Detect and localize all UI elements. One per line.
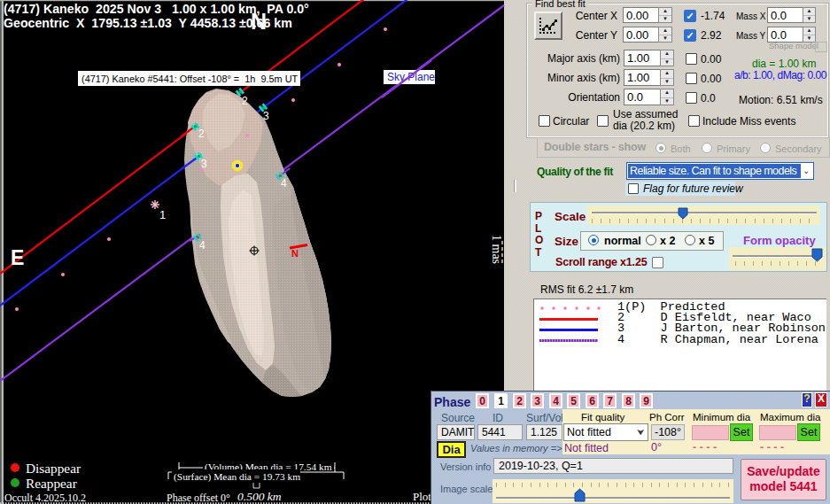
svg-text:Plot: Plot bbox=[413, 490, 431, 503]
svg-text:E: E bbox=[11, 246, 24, 269]
svg-text:3: 3 bbox=[201, 158, 207, 170]
svg-text:0.500 km: 0.500 km bbox=[237, 490, 282, 503]
svg-text:N: N bbox=[251, 9, 267, 34]
svg-text:3: 3 bbox=[263, 110, 269, 122]
svg-text:4: 4 bbox=[199, 239, 206, 252]
svg-text:4: 4 bbox=[281, 177, 287, 190]
svg-text:1: 1 bbox=[159, 208, 166, 221]
svg-text:(Surface) Mean dia = 19.73 km: (Surface) Mean dia = 19.73 km bbox=[174, 471, 300, 483]
svg-text:Reappear: Reappear bbox=[26, 476, 77, 491]
svg-text:N: N bbox=[291, 248, 299, 259]
svg-text:Geocentric X 1795.13 ±1.03: Geocentric X 1795.13 ±1.03 Y 4458.13 ±0.… bbox=[4, 16, 292, 30]
svg-text:Disappear: Disappear bbox=[26, 461, 81, 476]
svg-text:Occult 4.2025.10.2: Occult 4.2025.10.2 bbox=[4, 492, 86, 504]
svg-text:(4717) Kaneko #5441: Offset -1: (4717) Kaneko #5441: Offset -108° = 1h 9… bbox=[81, 74, 299, 84]
svg-text:1 mas: 1 mas bbox=[490, 235, 503, 264]
svg-text:Phase offset 0°: Phase offset 0° bbox=[167, 492, 230, 504]
svg-text:Sky Plane: Sky Plane bbox=[387, 71, 435, 83]
svg-text:2: 2 bbox=[198, 128, 205, 140]
svg-text:2: 2 bbox=[242, 95, 248, 107]
